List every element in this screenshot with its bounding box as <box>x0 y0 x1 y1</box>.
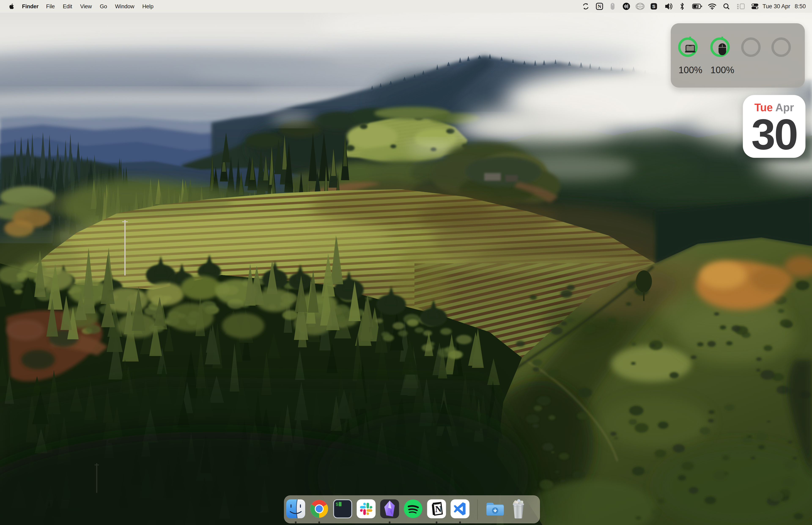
svg-text:$: $ <box>336 502 338 507</box>
svg-text:N: N <box>435 504 442 514</box>
svg-text:8:50: 8:50 <box>795 3 806 10</box>
svg-text:Tue 30 Apr: Tue 30 Apr <box>763 3 790 10</box>
svg-text:S: S <box>652 4 656 9</box>
svg-text:N: N <box>598 4 601 9</box>
